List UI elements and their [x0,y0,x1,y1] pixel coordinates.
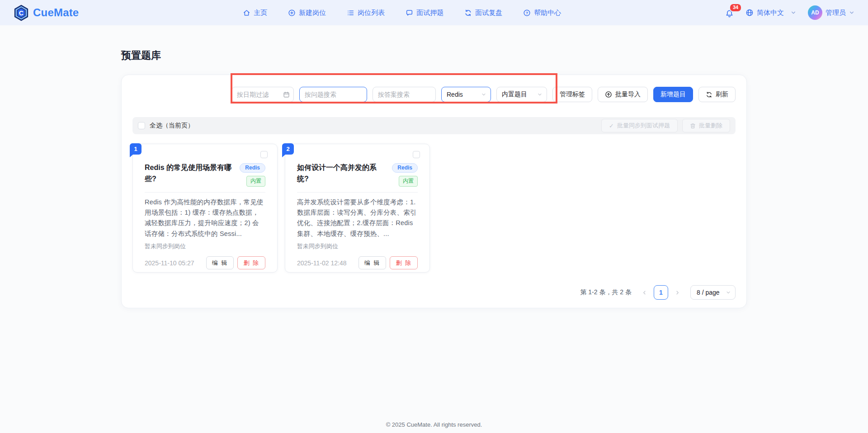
brand[interactable]: C CueMate [14,5,79,21]
page-title: 预置题库 [121,49,747,62]
next-page-button[interactable] [673,290,682,296]
trash-icon [690,123,696,129]
nav-item-interview-questions[interactable]: 面试押题 [406,9,443,17]
help-icon: ? [523,9,531,17]
card-actions: 编 辑 删 除 [206,256,265,269]
language-label: 简体中文 [757,9,784,17]
question-card: 2 如何设计一个高并发的系统? Redis 内置 高并发系统设计需要从多个维度考… [285,144,430,273]
batch-actions: ✓ 批量同步到面试押题 批量删除 [601,119,730,132]
refresh-icon [706,91,712,98]
nav-item-job-list[interactable]: 岗位列表 [347,9,385,17]
card-checkbox[interactable] [260,151,268,158]
sync-status: 暂未同步到岗位 [145,242,265,250]
batch-delete-button[interactable]: 批量删除 [682,119,730,132]
builtin-tag: 内置 [399,176,418,187]
source-filter-select[interactable]: 内置题目 [496,87,547,102]
question-cards: 1 Redis 的常见使用场景有哪些? Redis 内置 Redis 作为高性能… [132,144,736,273]
manage-tags-button[interactable]: 管理标签 [552,87,592,102]
replay-icon [464,9,472,17]
nav-item-label: 新建岗位 [299,9,326,17]
delete-button[interactable]: 删 除 [237,256,265,269]
tag-filter-value: Redis [447,91,463,98]
chevron-down-icon [481,92,486,97]
tag-filter-select[interactable]: Redis [441,87,491,102]
batch-delete-label: 批量删除 [699,122,722,130]
delete-button[interactable]: 删 除 [390,256,418,269]
divider [297,192,418,193]
card-index-badge: 2 [282,143,294,155]
card-date: 2025-11-02 12:48 [297,259,347,267]
chat-icon [406,9,413,17]
nav-item-help-center[interactable]: ? 帮助中心 [523,9,561,17]
globe-icon [745,9,754,17]
date-filter-input[interactable] [231,87,294,102]
page-number-button[interactable]: 1 [654,285,668,300]
avatar: AD [808,5,822,20]
chevron-down-icon [726,290,731,295]
notifications-button[interactable]: 34 [725,8,734,18]
edit-button[interactable]: 编 辑 [359,256,387,269]
navbar: C CueMate 主页 新建岗位 岗位列表 面试押 [0,0,868,25]
select-all-checkbox[interactable] [138,122,145,129]
nav-item-label: 岗位列表 [358,9,385,17]
check-icon: ✓ [609,122,614,129]
pagination: 第 1-2 条，共 2 条 1 8 / page [132,285,736,300]
page-size-value: 8 / page [697,289,720,296]
page-footer: © 2025 CueMate. All rights reserved. [0,421,868,428]
upload-icon [605,91,612,98]
card-footer: 2025-11-10 05:27 编 辑 删 除 [145,256,265,269]
navbar-right: 34 简体中文 AD 管理员 [725,5,854,20]
nav-item-label: 面试押题 [416,9,443,17]
batch-import-button[interactable]: 批量导入 [598,87,648,102]
divider [145,192,265,193]
pagination-summary: 第 1-2 条，共 2 条 [580,288,632,297]
card-checkbox[interactable] [413,151,420,158]
answer-excerpt: 高并发系统设计需要从多个维度考虑：1.数据库层面：读写分离、分库分表、索引优化、… [297,197,418,239]
nav-item-home[interactable]: 主页 [243,9,267,17]
card-tags: Redis 内置 [392,162,418,187]
source-filter-value: 内置题目 [502,90,527,99]
question-bank-panel: Redis 内置题目 管理标签 批量导入 新增题目 [121,75,747,308]
main-content: 预置题库 Redis 内置题目 [121,49,747,308]
prev-page-button[interactable] [640,290,649,296]
copyright-text: © 2025 CueMate. All rights reserved. [386,421,482,428]
card-header: 如何设计一个高并发的系统? Redis 内置 [297,162,418,187]
chevron-down-icon [849,10,854,15]
nav-item-label: 帮助中心 [534,9,561,17]
builtin-tag: 内置 [246,176,265,187]
main-nav: 主页 新建岗位 岗位列表 面试押题 面试复盘 [79,9,725,17]
batch-sync-button[interactable]: ✓ 批量同步到面试押题 [601,119,678,132]
chevron-down-icon [537,92,542,97]
card-tags: Redis 内置 [240,162,265,187]
selection-bar: 全选（当前页） ✓ 批量同步到面试押题 批量删除 [132,117,736,134]
user-menu[interactable]: AD 管理员 [808,5,854,20]
card-footer: 2025-11-02 12:48 编 辑 删 除 [297,256,418,269]
nav-item-new-job[interactable]: 新建岗位 [288,9,326,17]
notification-badge: 34 [729,3,742,12]
add-question-button[interactable]: 新增题目 [653,87,693,102]
sync-status: 暂未同步到岗位 [297,242,418,250]
nav-item-label: 面试复盘 [475,9,502,17]
batch-sync-label: 批量同步到面试押题 [617,122,670,130]
card-date: 2025-11-10 05:27 [145,259,194,267]
nav-item-interview-review[interactable]: 面试复盘 [464,9,502,17]
answer-search-input[interactable] [373,87,436,102]
topic-tag: Redis [240,163,265,173]
user-role-label: 管理员 [826,9,846,17]
page-size-select[interactable]: 8 / page [690,285,736,300]
question-title: Redis 的常见使用场景有哪些? [145,162,233,187]
filter-toolbar: Redis 内置题目 管理标签 批量导入 新增题目 [132,87,736,102]
chevron-down-icon [791,10,796,15]
question-card: 1 Redis 的常见使用场景有哪些? Redis 内置 Redis 作为高性能… [132,144,278,273]
plus-circle-icon [288,9,296,17]
language-selector[interactable]: 简体中文 [745,9,796,17]
card-index-badge: 1 [130,143,142,155]
batch-import-label: 批量导入 [615,90,641,99]
select-all-label: 全选（当前页） [150,122,194,130]
edit-button[interactable]: 编 辑 [206,256,234,269]
nav-item-label: 主页 [254,9,267,17]
question-search-input[interactable] [299,87,367,102]
add-question-label: 新增题目 [660,90,686,99]
refresh-button[interactable]: 刷新 [698,87,736,102]
svg-text:?: ? [526,10,528,15]
